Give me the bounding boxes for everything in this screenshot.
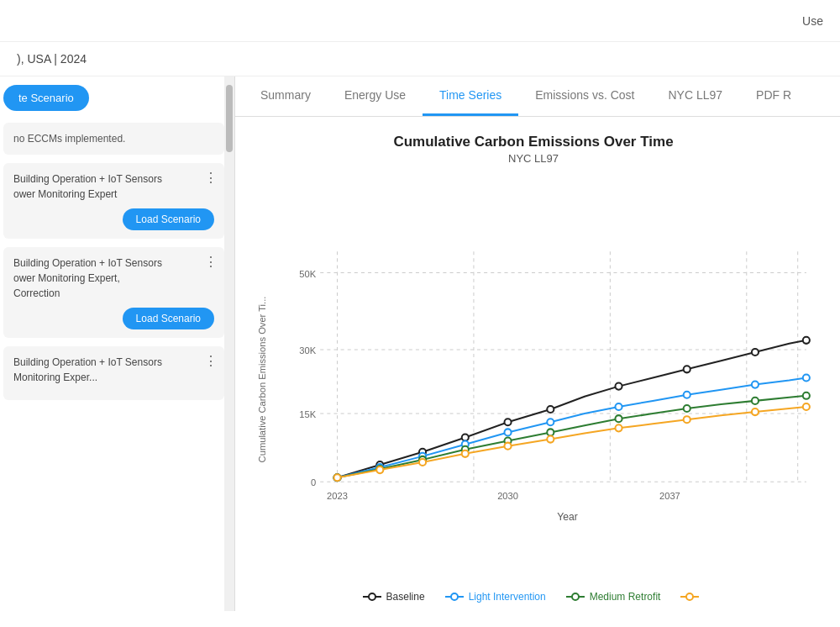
x-tick-2037: 2037 <box>659 491 680 501</box>
fourth-dot-7 <box>615 424 622 431</box>
fourth-dot-9 <box>752 408 759 415</box>
baseline-dot-5 <box>504 419 511 425</box>
light-dot-9 <box>752 382 759 388</box>
tabs-bar: Summary Energy Use Time Series Emissions… <box>235 76 840 117</box>
tab-nyc-ll97[interactable]: NYC LL97 <box>651 76 739 116</box>
scenario-card-3-text: Building Operation + IoT SensorsMonitori… <box>13 355 214 385</box>
scenario-card-3: ⋮ Building Operation + IoT SensorsMonito… <box>3 346 224 400</box>
chart-subtitle: NYC LL97 <box>508 152 559 165</box>
no-eccm-card: no ECCMs implemented. <box>3 123 224 155</box>
light-dot-6 <box>547 419 554 425</box>
y-tick-50k: 50K <box>299 269 316 279</box>
scenario-card-2-text: Building Operation + IoT Sensorsower Mon… <box>13 256 214 301</box>
svg-point-10 <box>369 593 375 600</box>
more-options-icon-1[interactable]: ⋮ <box>204 170 218 186</box>
page-header: ), USA | 2024 <box>0 42 840 76</box>
no-eccm-text: no ECCMs implemented. <box>13 133 125 145</box>
user-menu-label: Use <box>802 14 823 28</box>
fourth-dot-2 <box>376 466 383 473</box>
top-bar: Use <box>0 0 840 42</box>
legend-medium-retrofit: Medium Retrofit <box>566 591 661 603</box>
fourth-dot-1 <box>333 474 340 481</box>
scrollbar-thumb[interactable] <box>226 85 233 152</box>
baseline-line <box>338 340 806 477</box>
chart-svg: Cumulative Carbon Emissions Over Ti... 0 <box>252 173 815 586</box>
baseline-dot-8 <box>684 366 690 372</box>
medium-dot-7 <box>615 415 622 422</box>
y-tick-30k: 30K <box>299 345 316 356</box>
svg-point-16 <box>686 593 693 600</box>
legend-baseline-label: Baseline <box>386 591 425 603</box>
left-content: te Scenario no ECCMs implemented. ⋮ Buil… <box>0 76 234 611</box>
y-tick-0: 0 <box>311 477 316 487</box>
light-dot-8 <box>684 392 690 398</box>
medium-dot-10 <box>803 393 810 399</box>
scenario-card-1-text: Building Operation + IoT Sensorsower Mon… <box>13 171 214 202</box>
legend-light-label: Light Intervention <box>469 591 546 603</box>
chart-container: Cumulative Carbon Emissions Over Ti... 0 <box>252 173 815 586</box>
chart-area: Cumulative Carbon Emissions Over Time NY… <box>235 117 840 611</box>
fourth-dot-3 <box>419 459 426 466</box>
create-scenario-button[interactable]: te Scenario <box>3 85 89 111</box>
y-tick-15k: 15K <box>299 409 316 419</box>
tab-energy-use[interactable]: Energy Use <box>328 76 423 116</box>
more-options-icon-2[interactable]: ⋮ <box>204 254 218 270</box>
left-panel: te Scenario no ECCMs implemented. ⋮ Buil… <box>0 76 235 611</box>
baseline-dot-7 <box>615 383 622 390</box>
tab-summary[interactable]: Summary <box>244 76 328 116</box>
light-dot-7 <box>615 403 622 410</box>
chart-title: Cumulative Carbon Emissions Over Time <box>393 134 673 150</box>
scrollbar[interactable] <box>224 76 234 611</box>
light-dot-5 <box>504 429 511 435</box>
legend-fourth <box>680 592 704 602</box>
x-tick-2030: 2030 <box>497 491 518 501</box>
tab-pdf[interactable]: PDF R <box>739 76 808 116</box>
scenario-card-2: ⋮ Building Operation + IoT Sensorsower M… <box>3 247 224 338</box>
main-layout: te Scenario no ECCMs implemented. ⋮ Buil… <box>0 76 840 611</box>
x-tick-2023: 2023 <box>327 491 348 501</box>
chart-legend: Baseline Light Intervention Medium Retro… <box>363 591 705 603</box>
tab-time-series[interactable]: Time Series <box>423 76 518 116</box>
breadcrumb: ), USA | 2024 <box>17 52 87 66</box>
fourth-dot-8 <box>684 416 690 423</box>
baseline-dot-6 <box>547 406 554 413</box>
fourth-dot-4 <box>462 450 469 457</box>
medium-dot-9 <box>752 398 759 404</box>
baseline-dot-10 <box>803 337 810 344</box>
y-axis-label: Cumulative Carbon Emissions Over Ti... <box>257 297 267 463</box>
svg-point-12 <box>451 593 458 600</box>
fourth-dot-10 <box>803 403 810 410</box>
legend-baseline: Baseline <box>363 591 425 603</box>
baseline-dot-9 <box>752 349 759 356</box>
legend-medium-label: Medium Retrofit <box>590 591 661 603</box>
baseline-dot-4 <box>462 434 469 440</box>
more-options-icon-3[interactable]: ⋮ <box>204 353 218 369</box>
fourth-dot-5 <box>504 443 511 450</box>
x-axis-label: Year <box>557 511 578 523</box>
right-panel: Summary Energy Use Time Series Emissions… <box>235 76 840 611</box>
light-dot-10 <box>803 374 810 381</box>
medium-dot-8 <box>684 405 690 412</box>
legend-light-intervention: Light Intervention <box>445 591 546 603</box>
svg-point-14 <box>572 593 579 600</box>
tab-emissions-cost[interactable]: Emissions vs. Cost <box>518 76 651 116</box>
scenario-card-1: ⋮ Building Operation + IoT Sensorsower M… <box>3 163 224 239</box>
medium-dot-6 <box>547 429 554 435</box>
load-scenario-button-1[interactable]: Load Scenario <box>123 208 214 230</box>
load-scenario-button-2[interactable]: Load Scenario <box>123 308 214 329</box>
fourth-dot-6 <box>547 436 554 443</box>
